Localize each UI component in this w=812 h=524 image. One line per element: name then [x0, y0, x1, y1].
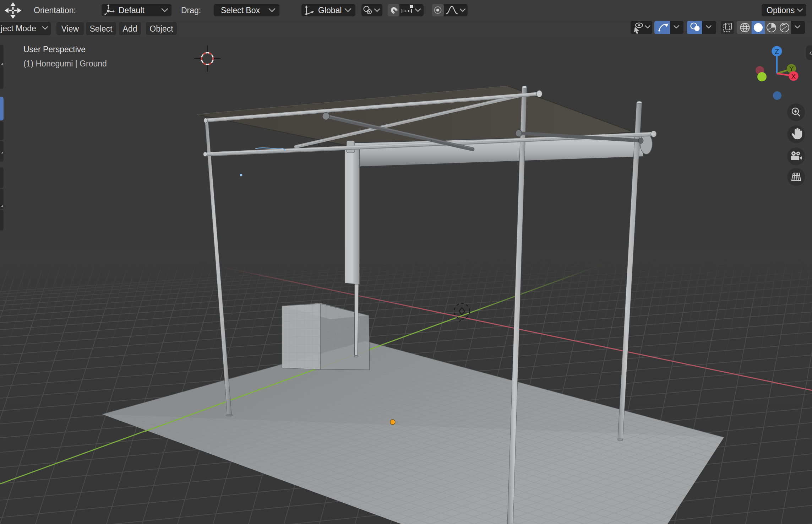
svg-text:Options: Options	[767, 6, 795, 15]
svg-text:Orientation:: Orientation:	[34, 6, 76, 15]
svg-text:Add: Add	[123, 24, 137, 33]
svg-text:Z: Z	[775, 48, 779, 55]
svg-text:Global: Global	[318, 6, 342, 15]
svg-text:ject Mode: ject Mode	[0, 24, 36, 33]
svg-text:User Perspective: User Perspective	[23, 45, 86, 54]
svg-text:Object: Object	[149, 24, 173, 33]
svg-text:‹: ‹	[809, 48, 812, 57]
svg-text:Select: Select	[90, 24, 113, 33]
svg-text:(1) Honegumi | Ground: (1) Honegumi | Ground	[23, 59, 107, 68]
svg-text:Drag:: Drag:	[181, 6, 201, 15]
svg-text:View: View	[61, 24, 79, 33]
svg-text:Default: Default	[119, 6, 145, 15]
svg-text:X: X	[791, 72, 796, 80]
svg-text:Select Box: Select Box	[221, 6, 260, 15]
